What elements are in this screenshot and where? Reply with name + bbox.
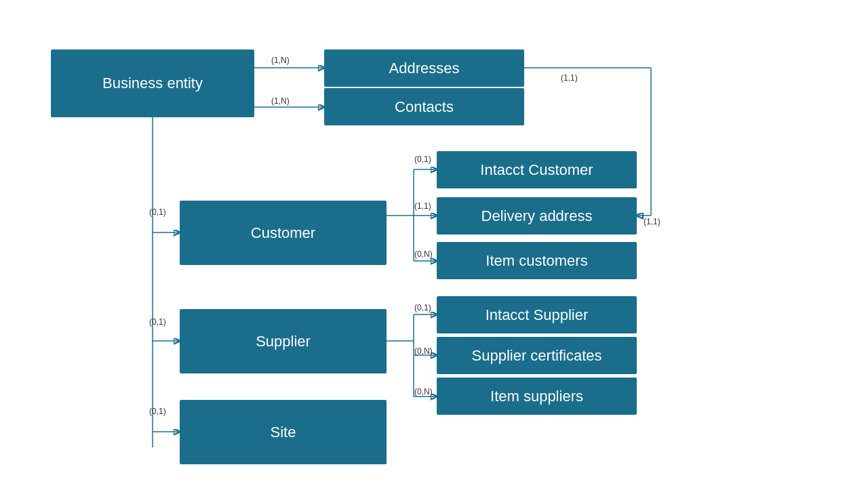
intacct-supplier-label: Intacct Supplier xyxy=(486,306,589,324)
cardinality-0n-sup-cert: (0,N) xyxy=(414,346,433,356)
diagram-container: Business entity Addresses Contacts Custo… xyxy=(0,0,868,488)
intacct-supplier-box: Intacct Supplier xyxy=(437,296,637,333)
cardinality-11-delivery-right: (1,1) xyxy=(644,217,660,226)
cardinality-0n-item-sup: (0,N) xyxy=(414,387,433,396)
item-suppliers-label: Item suppliers xyxy=(490,388,583,405)
cardinality-1n-contacts: (1,N) xyxy=(271,96,290,106)
supplier-label: Supplier xyxy=(256,333,311,350)
cardinality-01-intacct-sup: (0,1) xyxy=(414,303,431,312)
supplier-box: Supplier xyxy=(180,309,387,373)
cardinality-01-intacct-cust: (0,1) xyxy=(414,155,431,164)
item-suppliers-box: Item suppliers xyxy=(437,378,637,415)
cardinality-11-delivery: (1,1) xyxy=(414,201,431,211)
business-entity-label: Business entity xyxy=(102,75,203,92)
cardinality-0n-item-cust: (0,N) xyxy=(414,249,433,259)
addresses-label: Addresses xyxy=(389,60,460,77)
addresses-box: Addresses xyxy=(324,49,524,87)
cardinality-1n-addresses: (1,N) xyxy=(271,56,290,65)
item-customers-box: Item customers xyxy=(437,242,637,279)
cardinality-11-right: (1,1) xyxy=(561,73,578,83)
intacct-customer-label: Intacct Customer xyxy=(480,161,593,179)
cardinality-01-site: (0,1) xyxy=(149,407,166,416)
delivery-address-label: Delivery address xyxy=(481,207,593,225)
supplier-certificates-label: Supplier certificates xyxy=(472,347,602,365)
contacts-label: Contacts xyxy=(395,98,454,116)
site-box: Site xyxy=(180,400,387,464)
cardinality-01-customer: (0,1) xyxy=(149,207,166,217)
contacts-box: Contacts xyxy=(324,88,524,125)
supplier-certificates-box: Supplier certificates xyxy=(437,337,637,374)
delivery-address-box: Delivery address xyxy=(437,197,637,235)
customer-box: Customer xyxy=(180,201,387,265)
item-customers-label: Item customers xyxy=(486,252,587,270)
intacct-customer-box: Intacct Customer xyxy=(437,151,637,188)
site-label: Site xyxy=(271,424,296,441)
customer-label: Customer xyxy=(251,224,315,242)
cardinality-01-supplier: (0,1) xyxy=(149,317,166,327)
business-entity-box: Business entity xyxy=(51,49,254,117)
